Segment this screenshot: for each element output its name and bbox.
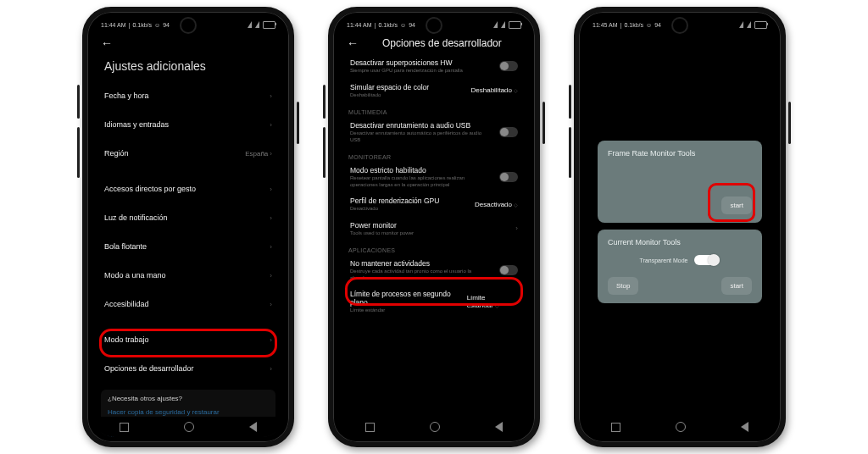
chevron-right-icon: › [270, 365, 272, 373]
start-button[interactable]: start [721, 277, 752, 295]
setting-gpu-profile[interactable]: Perfil de renderización GPUDesactivado D… [348, 192, 520, 217]
battery-icon [754, 21, 767, 29]
page-title: Opciones de desarrollador [382, 37, 502, 49]
nav-bar [338, 417, 530, 437]
setting-idiomas[interactable]: Idiomas y entradas› [104, 110, 272, 139]
chevron-right-icon: › [270, 301, 272, 308]
toggle[interactable] [499, 127, 518, 137]
nav-recent-icon[interactable] [611, 423, 620, 432]
nav-home-icon[interactable] [676, 422, 686, 432]
nav-recent-icon[interactable] [365, 423, 375, 432]
toggle[interactable] [499, 172, 518, 182]
setting-color-space[interactable]: Simular espacio de colorDeshabilitado De… [348, 79, 520, 103]
page-title: Ajustes adicionales [92, 54, 284, 81]
setting-dev-options[interactable]: Opciones de desarrollador› [104, 354, 272, 383]
card-title: Current Monitor Tools [608, 238, 752, 246]
signal-icon [248, 21, 252, 28]
chevron-right-icon: › [270, 92, 272, 100]
nav-home-icon[interactable] [430, 422, 440, 432]
nav-home-icon[interactable] [184, 422, 194, 432]
dropdown-icon: ◇ [514, 202, 518, 208]
setting-bola[interactable]: Bola flotante› [104, 232, 272, 261]
transparent-mode-label: Transparent Mode [640, 257, 688, 263]
battery-icon [509, 21, 521, 29]
toggle[interactable] [499, 61, 518, 71]
chevron-right-icon: › [270, 121, 272, 129]
highlight-start [708, 183, 755, 222]
setting-usb-audio[interactable]: Desactivar enrutamiento a audio USBDesac… [348, 117, 520, 147]
phone-3: 11:45 AM|0.1kb/s☺94 Frame Rate Monitor T… [565, 0, 794, 454]
chevron-right-icon: › [270, 243, 272, 251]
setting-mano[interactable]: Modo a una mano› [104, 261, 272, 290]
setting-accesibilidad[interactable]: Accesibilidad› [104, 290, 272, 318]
chevron-right-icon: › [515, 224, 518, 232]
card-title: Frame Rate Monitor Tools [608, 149, 752, 158]
phone-1: 11:44 AM|0.1kb/s☺94 ← Ajustes adicionale… [74, 0, 303, 454]
header: ← Opciones de desarrollador [338, 32, 530, 54]
card-current-monitor: Current Monitor Tools Transparent Mode S… [598, 230, 762, 303]
nav-back-icon[interactable] [741, 422, 748, 432]
setting-luz[interactable]: Luz de notificación› [104, 203, 272, 232]
signal-icon [747, 21, 751, 28]
status-bar: 11:45 AM|0.1kb/s☺94 [584, 17, 776, 32]
chevron-right-icon: › [270, 185, 272, 193]
signal-icon [501, 21, 505, 28]
setting-hw-overlay[interactable]: Desactivar superposiciones HWSiempre usa… [348, 54, 520, 79]
setting-region[interactable]: RegiónEspaña› [104, 139, 272, 168]
chevron-right-icon: › [270, 272, 272, 280]
chevron-right-icon: › [270, 214, 272, 222]
section-apps: APLICACIONES [348, 247, 520, 253]
stop-button[interactable]: Stop [608, 277, 638, 295]
highlight-dev-options [99, 329, 277, 357]
nav-bar [584, 417, 776, 437]
status-bar: 11:44 AM|0.1kb/s☺94 [92, 17, 284, 32]
signal-icon [493, 21, 498, 28]
battery-icon [263, 21, 275, 29]
setting-strict-mode[interactable]: Modo estricto habilitadoResetear pantall… [348, 162, 520, 192]
nav-back-icon[interactable] [495, 422, 503, 432]
header: ← [92, 32, 284, 54]
nav-recent-icon[interactable] [120, 423, 129, 432]
setting-power-monitor[interactable]: Power monitorTools used to monitor power… [348, 217, 520, 241]
section-multimedia: MULTIMEDIA [348, 109, 520, 115]
transparent-mode-switch[interactable] [694, 255, 720, 265]
chevron-right-icon: › [270, 150, 272, 158]
status-time: 11:44 AM [347, 22, 372, 28]
nav-back-icon[interactable] [249, 422, 257, 432]
status-bar: 11:44 AM|0.1kb/s☺94 [338, 17, 530, 32]
back-icon[interactable]: ← [101, 36, 113, 50]
setting-gestos[interactable]: Accesos directos por gesto› [104, 174, 272, 203]
highlight-power-monitor [345, 277, 523, 306]
toggle[interactable] [499, 265, 518, 275]
setting-fecha[interactable]: Fecha y hora› [104, 81, 272, 110]
nav-bar [92, 417, 284, 437]
status-time: 11:44 AM [101, 22, 126, 28]
signal-icon [255, 21, 259, 28]
dropdown-icon: ◇ [514, 88, 518, 93]
footer-question: ¿Necesita otros ajustes? [108, 395, 269, 402]
phone-2: 11:44 AM|0.1kb/s☺94 ← Opciones de desarr… [320, 0, 548, 454]
status-time: 11:45 AM [593, 22, 618, 28]
signal-icon [739, 21, 743, 28]
back-icon[interactable]: ← [347, 36, 359, 50]
section-monitor: MONITOREAR [348, 154, 520, 160]
